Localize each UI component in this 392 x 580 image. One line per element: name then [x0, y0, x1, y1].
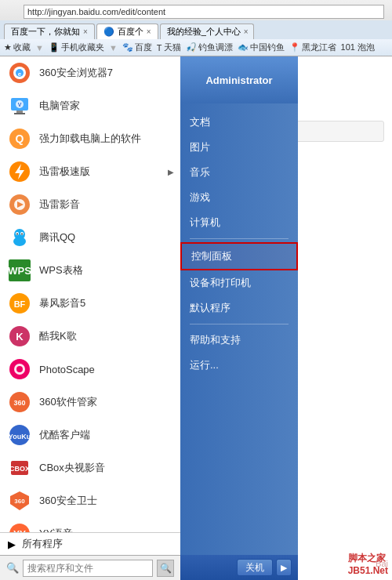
tab-icon-2: 🔵: [103, 27, 114, 37]
all-programs-label: 所有程序: [22, 537, 63, 551]
menu-separator-2: [190, 324, 289, 324]
program-item-360safe[interactable]: 360 360安全卫士: [0, 484, 180, 517]
tab-label-2: 百度个: [118, 26, 143, 38]
program-label-yy: YY语音: [39, 527, 73, 532]
baofeng-icon: BF: [8, 292, 31, 315]
svg-text:CBOX: CBOX: [9, 465, 30, 473]
browser-chrome: http://jingyan.baidu.com/edit/content 百度…: [0, 0, 392, 39]
svg-text:360: 360: [13, 399, 25, 407]
user-name: Administrator: [205, 74, 272, 86]
right-label-defaults: 默认程序: [190, 301, 230, 315]
right-item-help[interactable]: 帮助和支持: [180, 328, 298, 353]
fav-label-mobile: 手机收藏夹: [61, 42, 104, 53]
right-item-defaults[interactable]: 默认程序: [180, 295, 298, 321]
shutdown-label: 关机: [245, 561, 264, 575]
360mgr-icon: 360: [8, 390, 31, 414]
fav-heilongjiang[interactable]: 📍 黑龙江省: [289, 42, 336, 53]
right-label-help: 帮助和支持: [190, 333, 241, 347]
program-label-thunderplay: 迅雷影音: [39, 198, 80, 212]
right-item-images[interactable]: 图片: [180, 135, 298, 160]
program-label-wps: WPS表格: [39, 263, 83, 277]
program-label-cbox: CBox央视影音: [39, 461, 105, 475]
right-item-computer[interactable]: 计算机: [180, 210, 298, 235]
tab-label-1: 百度一下，你就知: [11, 26, 80, 38]
360safe-icon: 360: [8, 489, 31, 513]
fav-baidu[interactable]: 🐾 百度: [122, 42, 152, 53]
program-item-photoscape[interactable]: PhotoScape: [0, 353, 180, 386]
program-item-yy[interactable]: YY YY语音: [0, 517, 180, 532]
tab-close-1[interactable]: ×: [83, 27, 88, 36]
user-section: Administrator: [180, 56, 298, 103]
right-item-devices[interactable]: 设备和打印机: [180, 270, 298, 295]
svg-text:YY: YY: [13, 529, 26, 532]
right-label-images: 图片: [190, 140, 210, 154]
right-item-docs[interactable]: 文档: [180, 110, 298, 135]
tab-3[interactable]: 我的经验_个人中心 ×: [160, 24, 254, 39]
svg-text:K: K: [16, 331, 24, 343]
all-programs-arrow-icon: ▶: [8, 538, 16, 550]
right-label-controlpanel: 控制面板: [191, 249, 232, 263]
program-item-kugou[interactable]: K 酷我K歌: [0, 320, 180, 353]
right-item-games[interactable]: 游戏: [180, 185, 298, 210]
fav-star[interactable]: ★ 收藏: [4, 42, 31, 53]
program-item-thunder[interactable]: 迅雷极速版 ▶: [0, 155, 180, 188]
program-label-360mgr: 360软件管家: [39, 395, 97, 409]
program-label-baofeng: 暴风影音5: [39, 296, 85, 310]
fav-tmall[interactable]: T 天猫: [157, 42, 181, 53]
right-label-docs: 文档: [190, 115, 210, 129]
shutdown-button[interactable]: 关机: [237, 559, 273, 576]
page-content: 工具/原料 电脑 点击 ◀ 从右侧删... + 方法/步驟 1 点 2 点 Ba…: [0, 56, 392, 580]
kugou-icon: K: [8, 324, 31, 348]
program-item-qq[interactable]: 腾讯QQ: [0, 221, 180, 254]
fav-label-chinafishing: 中国钓鱼: [250, 42, 285, 53]
fav-chinafishing[interactable]: 🐟 中国钓鱼: [238, 42, 285, 53]
all-programs-item[interactable]: ▶ 所有程序: [0, 532, 180, 555]
right-item-run[interactable]: 运行...: [180, 353, 298, 378]
program-label-kugou: 酷我K歌: [39, 329, 77, 343]
program-item-thunderplay[interactable]: 迅雷影音: [0, 188, 180, 221]
search-glass-icon: 🔍: [6, 562, 19, 574]
svg-text:V: V: [18, 102, 22, 107]
program-label-youku: 优酷客户端: [39, 428, 90, 442]
program-label-360browser: 360安全浏览器7: [39, 66, 113, 80]
right-item-music[interactable]: 音乐: [180, 160, 298, 185]
program-item-cbox[interactable]: CBOX CBox央视影音: [0, 451, 180, 484]
fav-fish[interactable]: 🎣 钓鱼调漂: [186, 42, 233, 53]
search-input[interactable]: [23, 560, 153, 577]
svg-text:Q: Q: [16, 132, 24, 145]
program-item-360mgr[interactable]: 360 360软件管家: [0, 386, 180, 419]
right-label-devices: 设备和打印机: [190, 276, 251, 290]
program-item-baofeng[interactable]: BF 暴风影音5: [0, 287, 180, 320]
program-list: e 360安全浏览器7 V 电: [0, 56, 180, 532]
right-label-run: 运行...: [190, 358, 219, 372]
right-label-computer: 计算机: [190, 216, 220, 230]
program-item-360browser[interactable]: e 360安全浏览器7: [0, 56, 180, 89]
tab-close-2[interactable]: ×: [147, 27, 151, 36]
svg-point-21: [21, 234, 23, 235]
address-bar[interactable]: http://jingyan.baidu.com/edit/content: [24, 5, 384, 19]
start-search-bar: 🔍 🔍: [0, 555, 180, 580]
search-button[interactable]: 🔍: [157, 560, 174, 577]
thunderplay-icon: [8, 193, 31, 216]
program-item-wps[interactable]: WPS WPS表格: [0, 254, 180, 287]
program-label-360safe: 360安全卫士: [39, 494, 97, 508]
right-item-controlpanel[interactable]: 控制面板: [180, 242, 298, 270]
fav-label-101: 101 泡泡: [341, 42, 375, 53]
program-item-qiangli[interactable]: Q 强力卸载电脑上的软件: [0, 122, 180, 155]
address-text: http://jingyan.baidu.com/edit/content: [27, 7, 165, 16]
tab-label-3: 我的经验_个人中心: [167, 26, 241, 38]
search-btn-icon: 🔍: [160, 563, 172, 574]
program-item-youku[interactable]: YouKu 优酷客户端: [0, 419, 180, 451]
thunder-arrow: ▶: [168, 168, 174, 176]
fav-label-collect: 收藏: [13, 42, 31, 53]
program-item-pcmgr[interactable]: V 电脑管家: [0, 89, 180, 122]
start-menu-right: Administrator 文档 图片 音乐 游戏 计算机: [180, 56, 298, 580]
tab-close-3[interactable]: ×: [244, 27, 249, 36]
youku-icon: YouKu: [8, 423, 31, 447]
fav-mobile[interactable]: 📱 手机收藏夹: [49, 42, 104, 53]
tab-1[interactable]: 百度一下，你就知 ×: [4, 24, 95, 39]
tab-2[interactable]: 🔵 百度个 ×: [96, 24, 158, 39]
yy-icon: YY: [8, 522, 31, 532]
shutdown-arrow-button[interactable]: ▶: [276, 559, 292, 576]
fav-101[interactable]: 101 泡泡: [341, 42, 375, 53]
